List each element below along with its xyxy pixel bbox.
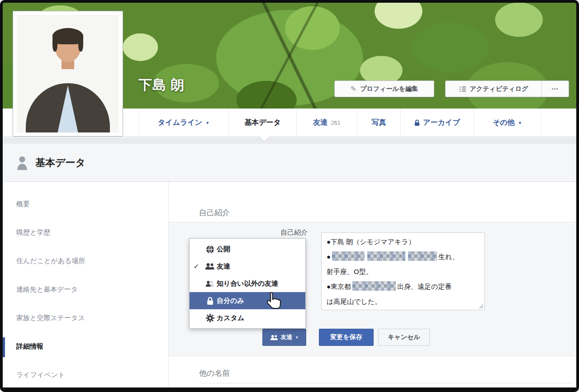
edit-profile-label: プロフィールを編集 xyxy=(360,85,418,93)
mouse-cursor xyxy=(265,292,281,312)
person-icon xyxy=(16,156,28,170)
cancel-button[interactable]: キャンセル xyxy=(378,329,430,346)
section-gap xyxy=(3,137,576,144)
bio-line: は高尾山でした。 xyxy=(327,294,479,309)
bio-line: ●下島 朗（シモジマアキラ） xyxy=(327,234,479,249)
save-button[interactable]: 変更を保存 xyxy=(319,329,374,346)
cover-button-group: アクティビティログ ••• xyxy=(445,80,569,97)
bio-textarea[interactable]: ●下島 朗（シモジマアキラ） ●生れ、 射手座、O型。 ●東京都出身、遠足の定番… xyxy=(321,232,485,310)
friends-except-icon xyxy=(203,280,217,287)
check-icon: ✓ xyxy=(190,262,203,270)
menu-item-friends[interactable]: ✓ 友達 xyxy=(190,258,305,275)
sidebar-item-family[interactable]: 家族と交際ステータス xyxy=(16,314,152,322)
divider xyxy=(199,383,572,383)
chevron-down-icon: ▼ xyxy=(205,121,209,125)
censored-text xyxy=(367,251,405,261)
tab-photos[interactable]: 写真 xyxy=(357,109,401,137)
censored-text xyxy=(332,251,365,261)
sidebar-item-places[interactable]: 住んだことがある場所 xyxy=(16,257,152,265)
tab-friends-label: 友達 xyxy=(313,118,327,128)
tab-more-label: その他 xyxy=(493,118,515,128)
tab-photos-label: 写真 xyxy=(372,118,386,128)
avatar[interactable] xyxy=(13,11,123,137)
globe-icon xyxy=(203,245,217,254)
sidebar-item-contact-basic[interactable]: 連絡先と基本データ xyxy=(16,285,152,294)
privacy-selector-label: 友達 xyxy=(281,333,293,341)
menu-item-only-me[interactable]: 自分のみ xyxy=(190,292,305,309)
tab-about[interactable]: 基本データ xyxy=(229,109,297,137)
privacy-menu: 公開 ✓ 友達 知り合い以外の友達 自分のみ xyxy=(189,238,306,329)
bio-line: ●生れ、 xyxy=(327,249,479,264)
menu-item-custom[interactable]: カスタム xyxy=(190,309,305,326)
avatar-hair-right xyxy=(78,35,83,51)
profile-name: 下島 朗 xyxy=(138,76,185,94)
gear-icon xyxy=(203,314,217,322)
other-names-heading: 他の名前 xyxy=(199,368,230,378)
tab-timeline-label: タイムライン xyxy=(158,118,202,128)
tab-archive[interactable]: アーカイブ xyxy=(401,109,474,137)
bio-field-label: 自己紹介 xyxy=(244,228,308,237)
edit-profile-button[interactable]: ✎ プロフィールを編集 xyxy=(334,80,434,97)
avatar-photo xyxy=(17,15,119,132)
ellipsis-icon: ••• xyxy=(552,87,559,91)
censored-text xyxy=(352,281,396,291)
sidebar-item-details[interactable]: 詳細情報 xyxy=(16,342,152,351)
pencil-icon: ✎ xyxy=(351,85,356,93)
about-heading: 自己紹介 xyxy=(199,208,230,218)
privacy-selector-button[interactable]: 友達 ▼ xyxy=(262,329,306,346)
sidebar-item-life-events[interactable]: ライフイベント xyxy=(16,371,152,379)
menu-item-friends-except[interactable]: 知り合い以外の友達 xyxy=(190,275,305,292)
tab-timeline[interactable]: タイムライン ▼ xyxy=(138,109,229,137)
friends-count: 261 xyxy=(331,119,341,126)
lock-icon xyxy=(203,297,217,305)
menu-item-public[interactable]: 公開 xyxy=(190,241,305,258)
sidebar-item-work-education[interactable]: 職歴と学歴 xyxy=(16,228,152,237)
sidebar-item-overview[interactable]: 概要 xyxy=(16,200,152,208)
tab-about-label: 基本データ xyxy=(244,118,281,128)
friends-icon xyxy=(203,263,217,270)
page-title: 基本データ xyxy=(35,156,85,170)
activity-log-button[interactable]: アクティビティログ xyxy=(446,81,541,97)
chevron-down-icon: ▼ xyxy=(295,335,299,340)
tab-more[interactable]: その他 ▼ xyxy=(474,109,541,137)
activity-log-icon xyxy=(459,86,466,92)
chevron-down-icon: ▼ xyxy=(518,121,522,125)
bio-line: 射手座、O型。 xyxy=(327,264,479,279)
active-item-indicator xyxy=(3,337,5,357)
resize-handle-icon[interactable] xyxy=(479,304,484,309)
activity-log-label: アクティビティログ xyxy=(470,85,528,93)
bio-line: ●東京都出身、遠足の定番 xyxy=(327,279,479,294)
about-section-header: 基本データ xyxy=(3,144,576,182)
avatar-hair-left xyxy=(52,35,57,51)
about-content: 概要 職歴と学歴 住んだことがある場所 連絡先と基本データ 家族と交際ステータス… xyxy=(3,182,576,387)
tab-archive-label: アーカイブ xyxy=(423,118,460,128)
lock-icon xyxy=(414,119,420,126)
friends-icon xyxy=(270,335,278,340)
more-options-button[interactable]: ••• xyxy=(541,81,569,97)
tab-friends[interactable]: 友達 261 xyxy=(297,109,357,137)
censored-text xyxy=(408,251,437,261)
